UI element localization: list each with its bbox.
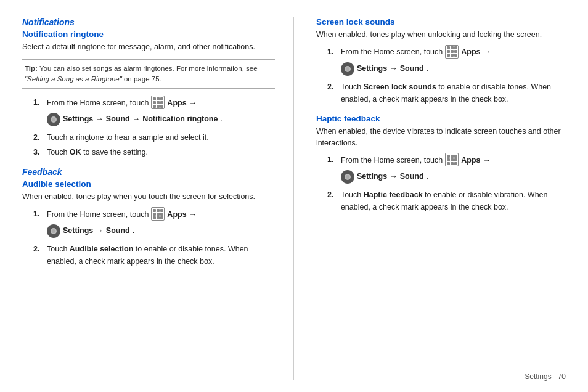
step-line2: Settings → Sound. [341,61,491,76]
audible-body: When enabled, tones play when you touch … [22,191,275,203]
step-audible-1: 1. From the Home screen, touch [33,208,275,238]
step-prefix: From the Home screen, touch [47,97,149,109]
tip-label: Tip: [25,65,38,72]
settings-icon [341,62,354,76]
sound-label: Sound [400,62,424,75]
settings-label: Settings [63,224,93,237]
step-line1: From the Home screen, touch Apps → [341,153,491,166]
tip-box: Tip: You can also set songs as alarm rin… [22,59,275,89]
arrow1: → [189,97,197,109]
footer-page: 70 [558,372,566,381]
arrow2: → [390,170,398,182]
settings-label: Settings [357,62,387,75]
step-line1: From the Home screen, touch Apps → [341,46,491,59]
step-num: 2. [33,243,43,267]
step-text: Touch Haptic feedback to enable or disab… [341,189,566,213]
settings-inner [51,228,57,234]
arrow3: → [133,113,141,125]
settings-label: Settings [357,170,387,182]
tip-body: You can also set songs as alarm ringtone… [39,65,258,72]
sound-label: Sound [106,224,130,237]
period: . [220,113,222,125]
footer: Settings 70 [525,372,566,381]
step-line1: From the Home screen, touch Apps → [47,208,197,221]
step-prefix: From the Home screen, touch [341,154,443,166]
sound-label: Sound [106,113,130,125]
step-line1: From the Home screen, touch Apps → [47,96,223,109]
step-num: 1. [33,208,43,220]
notif-ringtone-label: Notification ringtone [142,113,218,125]
period: . [427,62,428,75]
sound-label: Sound [400,170,424,182]
screenlock-body: When enabled, tones play when unlocking … [316,29,566,41]
section-feedback-title: Feedback [22,167,275,177]
step-line2: Settings → Sound. [47,223,197,238]
tip-page: on page 75. [122,75,161,83]
apps-icon [151,96,165,109]
step-haptic-2: 2. Touch Haptic feedback to enable or di… [327,189,566,213]
apps-grid [447,155,457,165]
step-notif-1: 1. From the Home screen, touch [33,96,275,126]
step-haptic-1: 1. From the Home screen, touch [327,153,566,184]
apps-icon [445,153,459,166]
arrow2: → [96,113,104,125]
apps-icon [445,45,459,59]
step-content: From the Home screen, touch Apps → [341,46,491,76]
period: . [427,170,428,182]
step-num: 2. [327,81,337,105]
haptic-body: When enabled, the device vibrates to ind… [316,126,566,149]
step-notif-2: 2. Touch a ringtone to hear a sample and… [33,131,275,144]
settings-icon [47,224,60,238]
subsection-notification-ringtone-title: Notification ringtone [22,30,275,39]
arrow2: → [390,62,398,75]
step-num: 1. [327,153,337,166]
apps-label: Apps [461,154,480,166]
step-num: 1. [33,96,43,108]
settings-icon [47,113,60,126]
step-content: From the Home screen, touch Apps → [47,96,223,126]
apps-icon [151,207,165,221]
step-screenlock-1: 1. From the Home screen, touch [327,46,566,76]
step-screenlock-2: 2. Touch Screen lock sounds to enable or… [327,81,566,105]
step-num: 2. [327,189,337,213]
settings-inner [345,66,351,72]
step-notif-3: 3. Touch OK to save the setting. [33,146,275,158]
step-num: 3. [33,146,43,158]
apps-grid [153,97,163,108]
arrow1: → [483,46,491,58]
right-column: Screen lock sounds When enabled, tones p… [294,17,566,380]
section-notifications-title: Notifications [22,17,275,27]
step-text: Touch Audible selection to enable or dis… [47,243,275,267]
apps-grid [447,46,457,57]
tip-quote: "Setting a Song as a Ringtone" [25,75,122,83]
step-text: Touch OK to save the setting. [47,146,148,158]
subsection-haptic-title: Haptic feedback [316,114,566,123]
step-num: 1. [327,46,337,58]
step-line2: Settings → Sound. [341,169,491,184]
arrow1: → [483,154,491,166]
apps-label: Apps [461,46,480,58]
left-column: Notifications Notification ringtone Sele… [22,17,294,380]
subsection-audible-title: Audible selection [22,179,275,189]
apps-grid [153,209,163,219]
step-content: From the Home screen, touch Apps → [47,208,197,238]
settings-icon [341,170,354,184]
footer-label: Settings [525,372,551,381]
subsection-screenlock-title: Screen lock sounds [316,17,566,27]
settings-inner [51,116,57,123]
arrow1: → [189,208,197,221]
period: . [133,224,134,237]
step-prefix: From the Home screen, touch [341,46,443,58]
step-text: Touch a ringtone to hear a sample and se… [47,131,209,144]
arrow2: → [96,224,104,237]
settings-inner [345,174,351,180]
step-audible-2: 2. Touch Audible selection to enable or … [33,243,275,267]
page: Notifications Notification ringtone Sele… [0,0,588,392]
settings-label: Settings [63,113,93,125]
step-num: 2. [33,131,43,144]
step-line2: Settings → Sound → Notification ringtone… [47,112,223,126]
step-text: Touch Screen lock sounds to enable or di… [341,81,566,105]
apps-label: Apps [167,97,186,109]
step-prefix: From the Home screen, touch [47,208,149,221]
notification-ringtone-body: Select a default ringtone for message, a… [22,41,275,53]
